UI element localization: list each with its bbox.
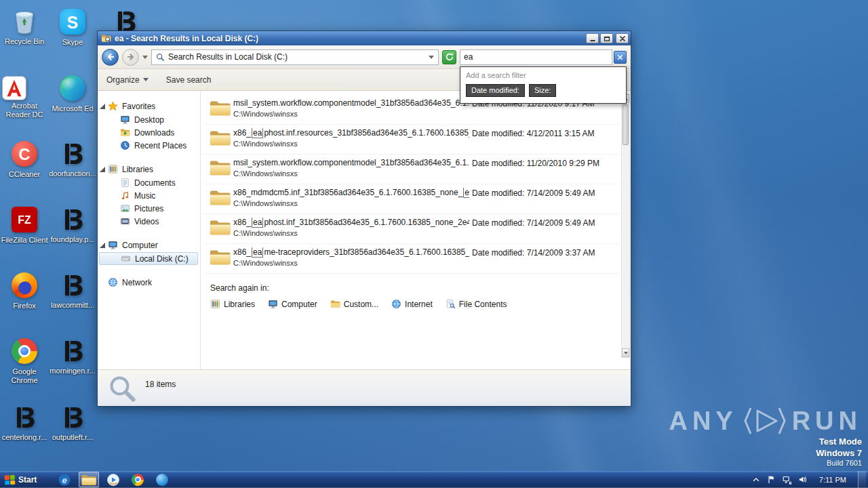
action-center-button[interactable]	[767, 475, 776, 485]
desktop-icon-chrome[interactable]: Google Chrome	[1, 338, 48, 385]
search-again-computer[interactable]: Computer	[268, 299, 317, 309]
taskbar-explorer-button[interactable]	[79, 472, 99, 487]
edge-icon	[59, 75, 86, 102]
minimize-button[interactable]	[586, 33, 599, 43]
titlebar[interactable]: ea - Search Results in Local Disk (C:)	[98, 31, 631, 45]
desktop-icon-ccleaner[interactable]: C CCleaner	[1, 140, 48, 179]
desktop-icon-label: lawcommitt...	[49, 301, 96, 310]
taskbar: Start e	[0, 471, 868, 488]
search-again-custom[interactable]: Custom...	[330, 299, 378, 309]
sidebar-item-music[interactable]: Music	[98, 189, 200, 202]
file-row[interactable]: x86_eaphost.inf_31bf3856ad364e35_6.1.760…	[203, 214, 620, 244]
show-hidden-icons-button[interactable]	[751, 475, 761, 485]
filter-date-modified[interactable]: Date modified:	[466, 84, 525, 97]
search-again-libraries[interactable]: Libraries	[210, 299, 255, 309]
desktop-icon-skype[interactable]: S Skype	[49, 8, 96, 47]
sidebar-item-downloads[interactable]: Downloads	[98, 126, 200, 139]
desktop-icon-label: Recycle Bin	[1, 37, 48, 46]
recycle-bin-icon	[11, 8, 38, 35]
network-status-button[interactable]	[783, 475, 792, 485]
filter-size[interactable]: Size:	[529, 84, 556, 97]
clear-search-button[interactable]	[614, 51, 627, 64]
sidebar-item-local-disk-c[interactable]: Local Disk (C:)	[99, 252, 198, 265]
search-filter-hint: Add a search filter	[466, 71, 620, 79]
volume-button[interactable]	[798, 475, 808, 485]
taskbar-clock[interactable]: 7:11 PM	[814, 476, 852, 484]
search-box[interactable]	[460, 49, 612, 65]
start-button[interactable]: Start	[0, 471, 43, 488]
sidebar-label: Computer	[122, 241, 158, 250]
file-name-part: phost.inf.resources_31bf3856ad364e35_6.1…	[264, 128, 469, 138]
taskbar-browser-button[interactable]	[152, 472, 172, 487]
desktop-icon-morningen[interactable]: morningen.r...	[49, 338, 96, 375]
expander-icon[interactable]	[100, 243, 105, 248]
file-row[interactable]: msil_system.workflow.componentmodel_31bf…	[203, 155, 620, 184]
desktop-icon-label: foundplay.p...	[49, 235, 96, 244]
history-dropdown-button[interactable]	[142, 56, 148, 59]
skype-icon: S	[59, 9, 86, 36]
file-row[interactable]: x86_eaphost.inf.resources_31bf3856ad364e…	[203, 125, 620, 155]
desktop-icon-label: morningen.r...	[49, 367, 96, 375]
desktop-icon-firefox[interactable]: Firefox	[1, 272, 48, 310]
sidebar-item-desktop[interactable]: Desktop	[98, 113, 200, 126]
search-again-file-contents[interactable]: File Contents	[446, 299, 507, 309]
desktop-icon-outputleft[interactable]: outputleft.r...	[49, 404, 96, 442]
sidebar-item-pictures[interactable]: Pictures	[98, 202, 200, 215]
scroll-down-button[interactable]	[622, 348, 629, 357]
file-row[interactable]: x86_eame-traceproviders_31bf3856ad364e35…	[203, 244, 620, 274]
expander-icon[interactable]	[100, 167, 105, 172]
windows-flag-icon	[5, 474, 16, 485]
downloads-folder-icon	[120, 127, 130, 138]
search-input[interactable]	[464, 52, 608, 62]
firefox-icon	[11, 272, 38, 300]
watermark-run: RUN	[792, 407, 862, 434]
sidebar-item-favorites[interactable]: Favorites	[98, 99, 200, 113]
sidebar-item-videos[interactable]: Videos	[98, 215, 200, 228]
taskbar-internet-explorer-button[interactable]: e	[54, 472, 75, 487]
forward-button[interactable]	[122, 49, 139, 66]
file-name-part: x86_	[233, 218, 251, 227]
file-list: msil_system.workflow.componentmodel_31bf…	[201, 91, 631, 369]
close-button[interactable]	[616, 33, 629, 43]
save-search-button[interactable]: Save search	[166, 75, 212, 85]
desktop-icon-lawcommitt[interactable]: lawcommitt...	[49, 272, 96, 310]
sidebar-item-recent-places[interactable]: Recent Places	[98, 139, 200, 152]
system-tray: 7:11 PM	[751, 471, 868, 488]
file-row[interactable]: x86_mdmdcm5.inf_31bf3856ad364e35_6.1.760…	[203, 184, 620, 214]
taskbar-chrome-button[interactable]	[127, 472, 148, 487]
maximize-button[interactable]	[600, 33, 613, 43]
desktop-icon-acrobat[interactable]: Acrobat Reader DC	[1, 75, 48, 119]
desktop-icon-label: Microsoft Ed	[49, 104, 96, 113]
desktop-icon-foundplay[interactable]: foundplay.p...	[49, 206, 96, 244]
watermark-any: ANY	[669, 407, 737, 434]
expander-icon[interactable]	[100, 104, 105, 109]
organize-label: Organize	[106, 75, 140, 85]
organize-button[interactable]: Organize	[106, 75, 149, 85]
search-again-internet[interactable]: Internet	[391, 299, 433, 309]
show-desktop-button[interactable]	[858, 471, 866, 488]
documents-icon	[120, 178, 130, 188]
refresh-button[interactable]	[442, 50, 456, 64]
back-button[interactable]	[102, 49, 119, 66]
taskbar-media-player-button[interactable]	[103, 472, 123, 487]
sidebar-item-network[interactable]: Network	[98, 275, 200, 289]
search-highlight: ea	[463, 188, 469, 198]
vertical-scrollbar[interactable]	[621, 94, 630, 358]
folder-icon	[210, 189, 231, 206]
desktop-icon-doorfunction[interactable]: doorfunction...	[49, 140, 96, 178]
sidebar-item-libraries[interactable]: Libraries	[98, 162, 200, 176]
address-dropdown-arrow[interactable]	[429, 56, 434, 59]
chrome-icon	[132, 474, 144, 486]
desktop-icon-centerlong[interactable]: centerlong.r...	[1, 404, 48, 442]
file-name-part: msil_system.workflow.componentmodel_31bf…	[233, 98, 469, 108]
scrollbar-thumb[interactable]	[623, 104, 629, 145]
address-bar[interactable]: Search Results in Local Disk (C:)	[151, 49, 439, 65]
desktop-icon-filezilla[interactable]: FZ FileZilla Client	[1, 206, 48, 245]
file-name-part: x86_mdmdcm5.inf_31bf3856ad364e35_6.1.760…	[233, 188, 462, 197]
desktop-icon-edge[interactable]: Microsoft Ed	[49, 75, 96, 113]
sidebar-item-documents[interactable]: Documents	[98, 176, 200, 189]
sidebar-item-computer[interactable]: Computer	[98, 238, 200, 252]
file-date: Date modified: 7/14/2009 5:49 AM	[472, 218, 595, 228]
desktop-icon-recycle-bin[interactable]: Recycle Bin	[1, 8, 48, 46]
speaker-icon	[798, 475, 807, 484]
